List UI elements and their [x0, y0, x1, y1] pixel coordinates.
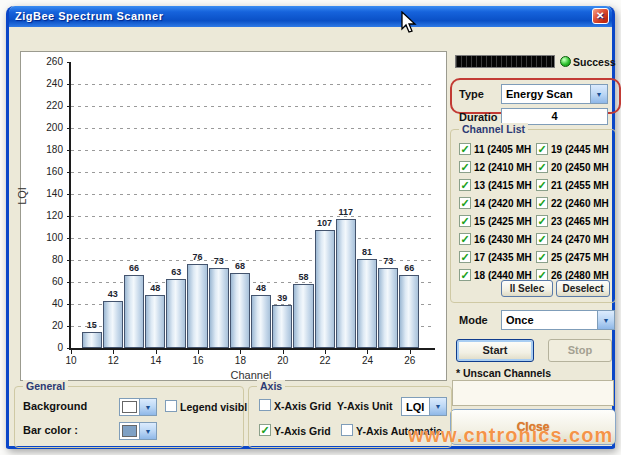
channel-list-title: Channel List: [459, 123, 528, 135]
bar-value-label: 66: [119, 263, 149, 273]
x-tick-mark: [367, 350, 368, 354]
y-gridline: [71, 106, 431, 107]
x-tick-mark: [113, 350, 114, 354]
bar: [251, 295, 271, 348]
y-gridline: [71, 128, 431, 129]
chevron-down-icon[interactable]: ▼: [590, 85, 607, 103]
channel-label: 22 (2460 MH: [551, 198, 609, 209]
bar: [82, 332, 102, 349]
channel-label: 16 (2430 MH: [474, 234, 532, 245]
channel-checkbox[interactable]: ✓: [536, 179, 548, 191]
x-tick-label: 16: [183, 355, 213, 366]
background-color-dropdown[interactable]: ▼: [119, 398, 157, 416]
mode-dropdown[interactable]: Once ▼: [501, 310, 615, 330]
channel-checkbox[interactable]: ✓: [459, 179, 471, 191]
x-tick-label: 26: [395, 355, 425, 366]
x-tick-label: 12: [98, 355, 128, 366]
background-color-swatch: [122, 401, 137, 413]
channel-checkbox[interactable]: ✓: [459, 215, 471, 227]
channel-checkbox[interactable]: ✓: [536, 215, 548, 227]
bar-color-swatch: [122, 425, 137, 437]
duration-label: Duratio: [459, 111, 498, 123]
chevron-down-icon[interactable]: ▼: [429, 398, 446, 415]
y-gridline: [71, 172, 431, 173]
title-bar[interactable]: ZigBee Spectrum Scanner ✕: [9, 6, 612, 27]
window-title: ZigBee Spectrum Scanner: [15, 10, 163, 22]
y-axis-unit-dropdown[interactable]: LQI ▼: [401, 397, 447, 416]
bar: [357, 259, 377, 348]
channel-checkbox[interactable]: ✓: [459, 269, 471, 281]
type-dropdown[interactable]: Energy Scan ▼: [501, 84, 608, 104]
channel-list-item: ✓24 (2470 MH: [536, 230, 609, 248]
bar: [209, 268, 229, 348]
y-axis-grid-checkbox[interactable]: ✓: [259, 424, 271, 436]
axis-group-title: Axis: [257, 380, 285, 392]
close-icon[interactable]: ✕: [592, 8, 609, 24]
bar: [272, 305, 292, 348]
chevron-down-icon[interactable]: ▼: [139, 423, 156, 439]
channel-list-item: ✓14 (2420 MH: [459, 194, 532, 212]
channel-checkbox[interactable]: ✓: [459, 251, 471, 263]
type-label: Type: [459, 88, 484, 100]
y-axis-grid-label: Y-Axis Grid: [274, 425, 331, 437]
y-tick-label: 240: [27, 78, 63, 89]
select-all-button[interactable]: ll Selec: [501, 280, 553, 297]
channel-list-item: ✓21 (2455 MH: [536, 176, 609, 194]
channel-list-item: ✓13 (2415 MH: [459, 176, 532, 194]
channel-checkbox[interactable]: ✓: [459, 143, 471, 155]
deselect-button[interactable]: Deselect: [556, 280, 610, 297]
x-axis-title: Channel: [71, 369, 431, 381]
channel-label: 14 (2420 MH: [474, 198, 532, 209]
legend-visible-label: Legend visibl: [180, 401, 247, 413]
watermark: www.cntronics.com: [408, 424, 620, 447]
y-gridline: [71, 150, 431, 151]
channel-list-item: ✓11 (2405 MH: [459, 140, 532, 158]
success-indicator-icon: [560, 56, 571, 67]
channel-list-item: ✓12 (2410 MH: [459, 158, 532, 176]
channel-checkbox[interactable]: ✓: [536, 161, 548, 173]
y-tick-label: 0: [27, 342, 63, 353]
y-axis-line: [69, 62, 71, 350]
y-tick-label: 200: [27, 122, 63, 133]
stop-button[interactable]: Stop: [548, 339, 612, 362]
y-gridline: [71, 238, 431, 239]
y-tick-label: 180: [27, 144, 63, 155]
bar-color-dropdown[interactable]: ▼: [119, 422, 157, 440]
channel-checkbox[interactable]: ✓: [536, 197, 548, 209]
y-tick-label: 260: [27, 56, 63, 67]
y-axis-automatic-checkbox[interactable]: [341, 424, 353, 436]
x-tick-label: 18: [225, 355, 255, 366]
x-axis-grid-checkbox[interactable]: [259, 399, 271, 411]
dialog-content: LQI 020406080100120140160180200220240260…: [9, 27, 612, 446]
channel-checkbox[interactable]: ✓: [536, 251, 548, 263]
x-tick-label: 24: [352, 355, 382, 366]
channel-checkbox[interactable]: ✓: [459, 233, 471, 245]
bar-value-label: 117: [331, 207, 361, 217]
x-tick-mark: [198, 350, 199, 354]
y-tick-label: 100: [27, 232, 63, 243]
channel-checkbox[interactable]: ✓: [459, 161, 471, 173]
channel-label: 20 (2450 MH: [551, 162, 609, 173]
legend-visible-checkbox[interactable]: [165, 400, 177, 412]
mode-dropdown-value: Once: [502, 314, 597, 326]
bar: [103, 301, 123, 348]
start-button[interactable]: Start: [456, 339, 534, 362]
channel-column-left: ✓11 (2405 MH✓12 (2410 MH✓13 (2415 MH✓14 …: [459, 140, 532, 284]
channel-list-item: ✓22 (2460 MH: [536, 194, 609, 212]
channel-label: 17 (2435 MH: [474, 252, 532, 263]
channel-checkbox[interactable]: ✓: [536, 233, 548, 245]
unscan-channels-label: * Unscan Channels: [456, 367, 551, 379]
y-tick-label: 120: [27, 210, 63, 221]
bar: [293, 284, 313, 348]
bar: [378, 268, 398, 348]
x-tick-mark: [156, 350, 157, 354]
channel-list-item: ✓20 (2450 MH: [536, 158, 609, 176]
channel-checkbox[interactable]: ✓: [536, 143, 548, 155]
y-gridline: [71, 194, 431, 195]
channel-checkbox[interactable]: ✓: [459, 197, 471, 209]
chevron-down-icon[interactable]: ▼: [139, 399, 156, 415]
chevron-down-icon[interactable]: ▼: [597, 311, 614, 329]
channel-label: 25 (2475 MH: [551, 252, 609, 263]
unscan-channels-box: [452, 380, 614, 406]
channel-label: 12 (2410 MH: [474, 162, 532, 173]
